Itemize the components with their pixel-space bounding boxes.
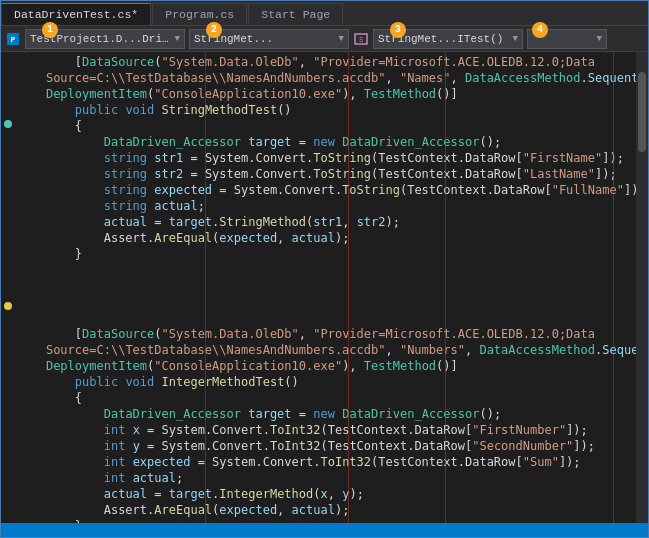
line-18: DeploymentItem("ConsoleApplication10.exe… [17,359,458,373]
line-23: int y = System.Convert.ToInt32(TestConte… [17,439,595,453]
scrollbar-thumb[interactable] [638,72,646,152]
tab-datadriventest[interactable]: DataDrivenTest.cs* [1,3,151,25]
status-bar [1,523,648,537]
overload-dropdown[interactable]: ▼ 4 [527,29,607,49]
code-editor[interactable]: [DataSource("System.Data.OleDb", "Provid… [13,52,636,523]
class-dropdown-arrow: ▼ [175,34,180,44]
line-16: [DataSource("System.Data.OleDb", "Provid… [17,327,595,341]
marker-4: 4 [532,22,548,38]
tab-programcs[interactable]: Program.cs [152,3,247,25]
main-window: DataDrivenTest.cs* Program.cs Start Page… [0,0,649,538]
line-17: Source=C:\\TestDatabase\\NamesAndNumbers… [17,343,636,357]
line-13: } [17,247,82,261]
interface-dropdown-arrow: ▼ [513,34,518,44]
overload-dropdown-arrow: ▼ [597,34,602,44]
tab-bar: DataDrivenTest.cs* Program.cs Start Page [1,1,648,26]
method-dropdown[interactable]: StringMet... ▼ 2 [189,29,349,49]
line-1: [DataSource("System.Data.OleDb", "Provid… [17,55,595,69]
line-19: public void IntegerMethodTest() [17,375,299,389]
line-4: public void StringMethodTest() [17,103,292,117]
code-area: [DataSource("System.Data.OleDb", "Provid… [1,52,648,523]
code-block: [DataSource("System.Data.OleDb", "Provid… [17,54,632,523]
interface-dropdown[interactable]: StringMet...ITest() ▼ 3 [373,29,523,49]
tab-startpage[interactable]: Start Page [248,3,343,25]
line-26: actual = target.IntegerMethod(x, y); [17,487,364,501]
line-10: string actual; [17,199,205,213]
marker-3: 3 [390,22,406,38]
string-icon: S [353,31,369,47]
project-icon: P [5,31,21,47]
class-dropdown[interactable]: TestProject1.D...DrivenTest ▼ 1 [25,29,185,49]
vertical-scrollbar[interactable] [636,52,648,523]
line-12: Assert.AreEqual(expected, actual); [17,231,349,245]
toolbar: P TestProject1.D...DrivenTest ▼ 1 String… [1,26,648,52]
svg-text:S: S [359,36,363,44]
tab-datadriventest-label: DataDrivenTest.cs* [14,8,138,21]
line-20: { [17,391,82,405]
tab-startpage-label: Start Page [261,8,330,21]
breakpoint-dot-1 [4,120,12,128]
method-dropdown-arrow: ▼ [339,34,344,44]
line-28: } [17,519,82,523]
line-3: DeploymentItem("ConsoleApplication10.exe… [17,87,458,101]
line-8: string str2 = System.Convert.ToString(Te… [17,167,617,181]
line-24: int expected = System.Convert.ToInt32(Te… [17,455,581,469]
line-25: int actual; [17,471,183,485]
tab-programcs-label: Program.cs [165,8,234,21]
line-7: string str1 = System.Convert.ToString(Te… [17,151,624,165]
marker-1: 1 [42,22,58,38]
line-27: Assert.AreEqual(expected, actual); [17,503,349,517]
line-9: string expected = System.Convert.ToStrin… [17,183,636,197]
left-indicators [1,52,13,523]
marker-2: 2 [206,22,222,38]
breakpoint-dot-2 [4,302,12,310]
line-11: actual = target.StringMethod(str1, str2)… [17,215,400,229]
line-21: DataDriven_Accessor target = new DataDri… [17,407,501,421]
line-6: DataDriven_Accessor target = new DataDri… [17,135,501,149]
line-5: { [17,119,82,133]
line-22: int x = System.Convert.ToInt32(TestConte… [17,423,588,437]
line-2: Source=C:\\TestDatabase\\NamesAndNumbers… [17,71,636,85]
svg-text:P: P [11,35,16,44]
